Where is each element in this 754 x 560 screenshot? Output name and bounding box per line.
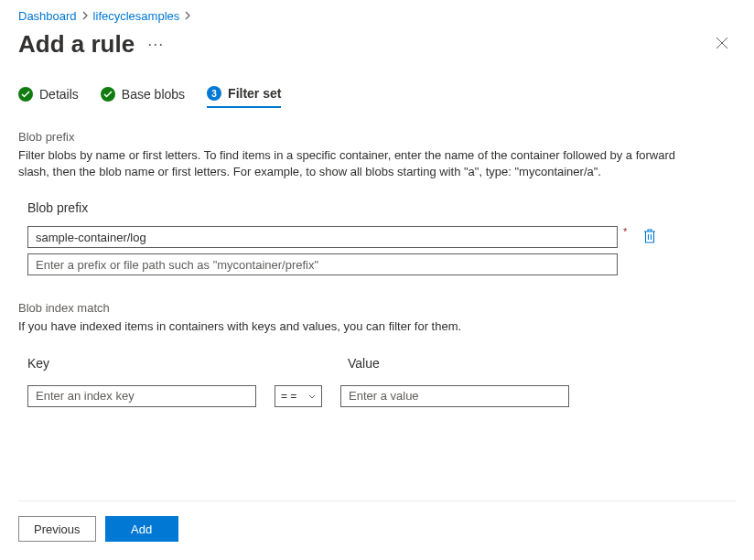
index-value-input[interactable] (340, 385, 569, 407)
prefix-row-empty (18, 253, 736, 275)
key-header: Key (27, 356, 284, 371)
prefix-row: * (18, 226, 736, 248)
step-filter-set[interactable]: 3 Filter set (207, 86, 281, 108)
close-icon[interactable] (708, 31, 736, 58)
required-indicator: * (623, 226, 627, 237)
blob-prefix-input-empty[interactable] (27, 253, 618, 275)
checkmark-icon (101, 87, 115, 102)
blob-index-match-section: Blob index match If you have indexed ite… (18, 301, 736, 406)
operator-select[interactable]: = = (275, 385, 322, 407)
section-label: Blob prefix (18, 130, 736, 144)
step-details[interactable]: Details (18, 86, 79, 108)
section-label: Blob index match (18, 301, 736, 315)
previous-button[interactable]: Previous (18, 516, 96, 542)
step-number-icon: 3 (207, 86, 221, 101)
breadcrumb: Dashboard lifecyclesamples (18, 9, 736, 23)
index-input-row: = = (18, 385, 736, 407)
index-header-row: Key Value (18, 356, 736, 371)
section-description: Filter blobs by name or first letters. T… (18, 147, 686, 180)
steps-nav: Details Base blobs 3 Filter set (18, 86, 736, 108)
more-icon[interactable]: ··· (147, 35, 164, 54)
delete-icon[interactable] (641, 227, 658, 248)
add-button[interactable]: Add (105, 516, 178, 542)
step-label: Base blobs (122, 87, 185, 102)
breadcrumb-item[interactable]: lifecyclesamples (93, 9, 180, 23)
value-header: Value (348, 356, 736, 371)
step-label: Filter set (228, 86, 281, 101)
chevron-down-icon (308, 391, 316, 401)
blob-prefix-section: Blob prefix Filter blobs by name or firs… (18, 130, 736, 275)
chevron-right-icon (82, 11, 88, 22)
field-label: Blob prefix (18, 200, 736, 215)
title-row: Add a rule ··· (18, 30, 736, 59)
step-base-blobs[interactable]: Base blobs (101, 86, 185, 108)
checkmark-icon (18, 87, 33, 102)
blob-prefix-input[interactable] (27, 226, 618, 248)
breadcrumb-home[interactable]: Dashboard (18, 9, 77, 23)
section-description: If you have indexed items in containers … (18, 318, 686, 335)
page-title: Add a rule (18, 30, 135, 59)
step-label: Details (39, 87, 79, 102)
chevron-right-icon (185, 11, 190, 22)
index-key-input[interactable] (27, 385, 256, 407)
footer: Previous Add (18, 501, 736, 542)
operator-label: = = (281, 390, 296, 403)
